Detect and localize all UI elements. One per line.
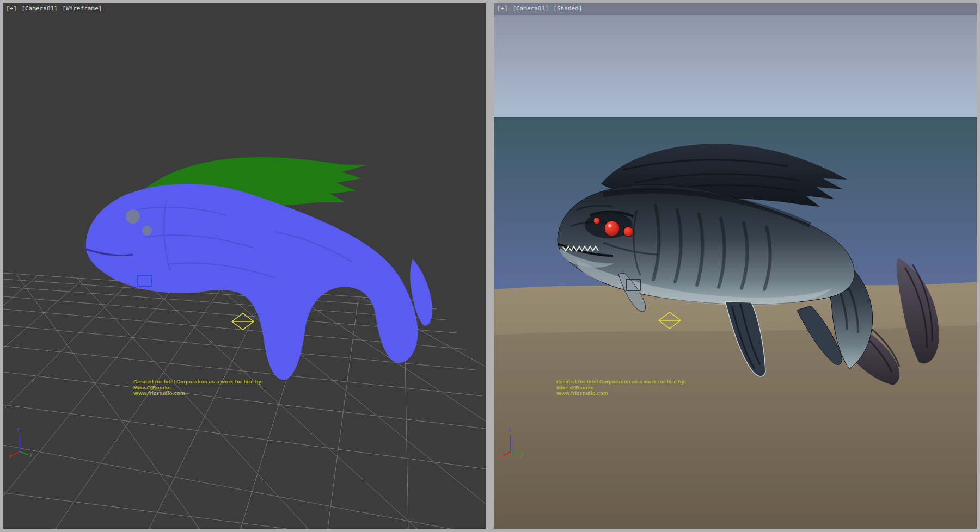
axis-tripod: z x y xyxy=(501,426,530,460)
watermark-line3: Www.frlzstudio.com xyxy=(133,391,263,397)
viewport-menu-camera[interactable]: [Camera01] xyxy=(513,5,549,12)
viewport-wireframe[interactable]: [+] [Camera01] [Wireframe] Created for I… xyxy=(3,3,486,529)
eye-second xyxy=(623,227,633,237)
watermark-line1: Created for Intel Corporation as a work … xyxy=(133,379,263,385)
axis-x-label: x xyxy=(9,454,12,459)
horizon-line xyxy=(494,117,977,118)
watermark-line1: Created for Intel Corporation as a work … xyxy=(556,379,686,385)
eye-main xyxy=(604,221,620,236)
axis-x-label: x xyxy=(500,454,503,459)
viewport-label: [+] [Camera01] [Shaded] xyxy=(497,5,583,13)
watermark: Created for Intel Corporation as a work … xyxy=(556,379,686,397)
viewport-menu-plus[interactable]: [+] xyxy=(6,5,17,12)
axis-x-line xyxy=(503,451,511,456)
viewport-menu-plus[interactable]: [+] xyxy=(497,5,508,12)
axis-x-line xyxy=(12,451,20,456)
axis-z-label: z xyxy=(508,427,511,432)
axis-y-label: y xyxy=(29,451,33,457)
watermark-line3: Www.frlzstudio.com xyxy=(556,391,686,397)
ground-shadow-band xyxy=(494,325,977,529)
viewport-menu-shading[interactable]: [Wireframe] xyxy=(62,5,102,12)
fish-eye-small xyxy=(142,226,152,236)
viewport-label: [+] [Camera01] [Wireframe] xyxy=(6,5,103,13)
viewport-frame: [+] [Camera01] [Wireframe] Created for I… xyxy=(0,0,980,532)
viewport-shaded[interactable]: [+] [Camera01] [Shaded] Created for Inte… xyxy=(494,3,977,529)
viewport-splitter[interactable] xyxy=(486,0,494,532)
axis-y-line xyxy=(20,451,28,455)
sky xyxy=(494,3,977,119)
axis-y-label: y xyxy=(520,451,524,457)
watermark: Created for Intel Corporation as a work … xyxy=(133,379,263,397)
axis-y-line xyxy=(511,451,519,455)
viewport-menu-camera[interactable]: [Camera01] xyxy=(22,5,58,12)
eye-third xyxy=(593,218,600,224)
eye-highlight xyxy=(608,224,611,227)
axis-z-label: z xyxy=(17,427,20,432)
fish-eye-large xyxy=(126,209,140,224)
axis-tripod: z x y xyxy=(10,426,39,460)
viewport-menu-shading[interactable]: [Shaded] xyxy=(553,5,582,12)
